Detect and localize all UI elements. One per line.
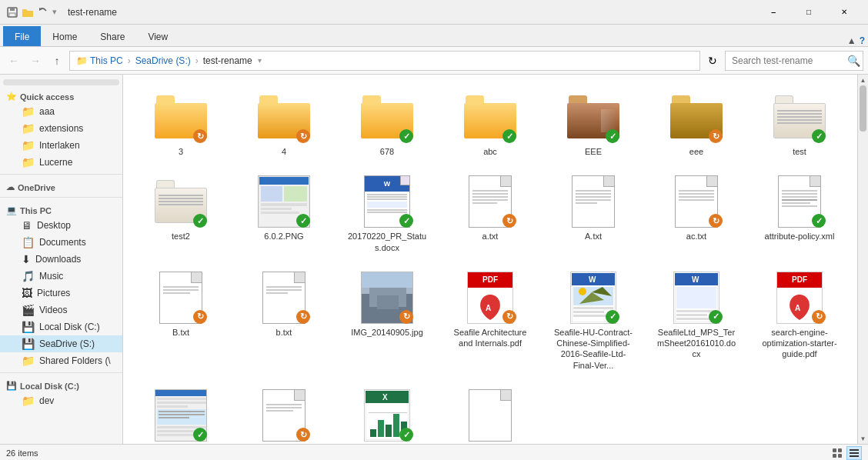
file-item-seafileltd-mps[interactable]: W ✓ SeafileLtd_MPS_TermSheet20161010.doc…	[648, 265, 745, 376]
file-item-3[interactable]: ↻ 3	[132, 84, 229, 162]
close-button[interactable]: ✕	[826, 0, 862, 25]
view-list-button[interactable]	[846, 446, 862, 460]
sidebar-item-aaa[interactable]: 📁 aaa	[0, 103, 122, 120]
breadcrumb-part2[interactable]: SeaDrive (S:)	[133, 55, 193, 66]
videos-icon: 🎬	[22, 304, 35, 316]
search-button[interactable]: 🔍	[847, 55, 860, 67]
status-badge-actxt: ↻	[709, 214, 723, 228]
folder-icon-aaa: 📁	[22, 105, 35, 118]
sidebar-divider1	[0, 174, 122, 175]
file-item-seafile-hu-contract[interactable]: W ✓ Seafile-HU-Contract-Chine	[545, 265, 642, 376]
pdf2-acrobat-icon: A	[784, 291, 815, 322]
sidebar-item-shared[interactable]: 📁 Shared Folders (\	[0, 352, 122, 369]
sidebar-item-lucerne[interactable]: 📁 Lucerne	[0, 154, 122, 171]
file-item-abc[interactable]: ✓ abc	[442, 84, 539, 162]
breadcrumb[interactable]: 📁 This PC › SeaDrive (S:) › test-rename …	[69, 51, 700, 71]
right-scrollbar[interactable]: ▲ ▼	[857, 75, 868, 444]
maximize-button[interactable]: □	[791, 0, 826, 25]
breadcrumb-sep1: ›	[128, 55, 131, 66]
up-button[interactable]: ↑	[48, 52, 66, 70]
file-item-seafile-arch-pdf[interactable]: PDF A ↻ Seafile Architecture and Interna…	[442, 265, 539, 376]
svg-rect-7	[261, 203, 307, 206]
svg-rect-42	[159, 411, 205, 412]
sidebar-divider3	[0, 372, 122, 373]
music-icon: 🎵	[22, 270, 35, 282]
file-name-678: 678	[380, 146, 394, 157]
dropdown-arrow-icon[interactable]: ▾	[52, 7, 57, 17]
scroll-up-button[interactable]: ▲	[858, 75, 868, 85]
status-badge-set-seadrive-env: ✓	[193, 428, 207, 442]
star-icon: ⭐	[6, 92, 17, 102]
svg-rect-46	[157, 430, 195, 432]
tab-share[interactable]: Share	[88, 26, 136, 46]
file-item-Btxt[interactable]: ↻ B.txt	[132, 265, 229, 376]
breadcrumb-part1[interactable]: This PC	[88, 55, 125, 66]
svg-rect-52	[378, 420, 384, 437]
ribbon-collapse-icon[interactable]: ▲	[847, 35, 856, 46]
file-icon-wrapper-actxt: ↻	[669, 174, 724, 229]
pictures-icon: 🖼	[22, 287, 32, 299]
svg-text:W: W	[692, 275, 699, 284]
file-item-unnamed1[interactable]: .	[442, 382, 539, 444]
file-item-docx1[interactable]: W ✓ 201	[339, 168, 436, 258]
sidebar-section-thispc[interactable]: 💻 This PC	[0, 201, 122, 217]
file-item-set-seadrive-env[interactable]: ✓ set-seadrive-env.png	[132, 382, 229, 444]
svg-rect-1	[10, 8, 15, 11]
sidebar-item-dev[interactable]: 📁 dev	[0, 392, 122, 409]
sidebar-item-pictures[interactable]: 🖼 Pictures	[0, 285, 122, 302]
sidebar-item-interlaken[interactable]: 📁 Interlaken	[0, 137, 122, 154]
file-name-docx1: 20170220_PR_Status.docx	[347, 231, 428, 253]
file-item-678[interactable]: ✓ 678	[339, 84, 436, 162]
svg-rect-51	[370, 429, 376, 437]
sidebar-item-extensions[interactable]: 📁 extensions	[0, 120, 122, 137]
file-item-atxt[interactable]: ↻ a.txt	[442, 168, 539, 258]
file-item-Atxt[interactable]: A.txt	[545, 168, 642, 258]
svg-rect-9	[261, 212, 299, 214]
sidebar-section-onedrive[interactable]: ☁ OneDrive	[0, 178, 122, 194]
cloud-icon: ☁	[6, 182, 15, 192]
file-icon-wrapper-seafile-hu-contract: W ✓	[566, 270, 621, 325]
Atxt-icon	[572, 175, 615, 228]
breadcrumb-part3[interactable]: test-rename	[201, 55, 255, 66]
file-item-eee[interactable]: ↻ eee	[648, 84, 745, 162]
help-icon[interactable]: ?	[860, 35, 865, 46]
file-item-EEE[interactable]: ✓ EEE	[545, 84, 642, 162]
breadcrumb-dropdown-icon[interactable]: ▾	[258, 56, 262, 65]
search-input[interactable]	[725, 51, 863, 71]
sidebar-label-extensions: extensions	[39, 123, 83, 134]
folder-icon-wrapper-EEE: ✓	[566, 89, 621, 145]
thispc-label: This PC	[20, 206, 52, 215]
file-name-actxt: ac.txt	[686, 231, 706, 242]
scroll-thumb[interactable]	[860, 85, 866, 132]
sidebar-item-localdisk-c[interactable]: 💾 Local Disk (C:)	[0, 318, 122, 335]
forward-button[interactable]: →	[26, 52, 45, 70]
minimize-button[interactable]: ‒	[756, 0, 791, 25]
view-grid-button[interactable]	[830, 446, 845, 460]
file-name-EEE: EEE	[585, 146, 602, 157]
file-item-attributepolicy[interactable]: ✓ attribute-policy.xml	[751, 168, 848, 258]
file-item-testxlsx[interactable]: X ✓ test.xlsx	[339, 382, 436, 444]
file-item-test2[interactable]: ✓ test2	[132, 168, 229, 258]
file-item-actxt[interactable]: ↻ ac.txt	[648, 168, 745, 258]
tab-file[interactable]: File	[3, 26, 41, 46]
sidebar-item-downloads[interactable]: ⬇ Downloads	[0, 251, 122, 268]
file-item-4[interactable]: ↻ 4	[235, 84, 332, 162]
sidebar-item-videos[interactable]: 🎬 Videos	[0, 302, 122, 318]
file-item-testtxt[interactable]: ↻ test.txt	[235, 382, 332, 444]
tab-home[interactable]: Home	[41, 26, 88, 46]
sidebar-item-seadrive[interactable]: 💾 SeaDrive (S:)	[0, 335, 122, 352]
scroll-down-button[interactable]: ▼	[858, 433, 868, 444]
sidebar-item-desktop[interactable]: 🖥 Desktop	[0, 217, 122, 234]
file-item-602png[interactable]: ✓ 6.0.2.PNG	[235, 168, 332, 258]
sidebar-item-music[interactable]: 🎵 Music	[0, 268, 122, 285]
file-item-btxt[interactable]: ↻ b.txt	[235, 265, 332, 376]
sidebar-item-documents[interactable]: 📋 Documents	[0, 234, 122, 251]
back-button[interactable]: ←	[5, 52, 23, 70]
file-item-test[interactable]: ✓ test	[751, 84, 848, 162]
refresh-button[interactable]: ↻	[703, 52, 722, 70]
sidebar-section-quickaccess[interactable]: ⭐ Quick access	[0, 87, 122, 103]
file-item-img20140905[interactable]: ↻ IMG_20140905.jpg	[339, 265, 436, 376]
content-area: ↻ 3 ↻ 4	[123, 75, 857, 444]
file-item-seo-guide-pdf[interactable]: PDF A ↻ search-engine-optimization-start…	[751, 265, 848, 376]
tab-view[interactable]: View	[136, 26, 179, 46]
